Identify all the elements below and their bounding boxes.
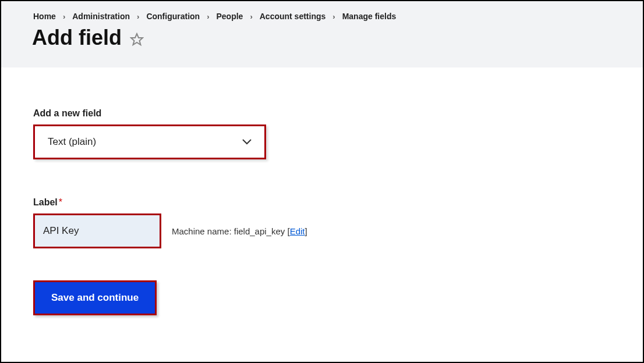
chevron-right-icon: › xyxy=(137,12,139,21)
bracket-close: ] xyxy=(305,226,307,236)
field-type-select[interactable]: Text (plain) xyxy=(33,124,266,159)
title-row: Add field xyxy=(1,21,643,50)
star-icon[interactable] xyxy=(130,33,144,47)
machine-name-prefix: Machine name: xyxy=(172,226,234,236)
save-and-continue-button[interactable]: Save and continue xyxy=(33,280,157,315)
breadcrumb-item-manage-fields[interactable]: Manage fields xyxy=(342,12,397,21)
chevron-right-icon: › xyxy=(207,12,209,21)
main-content: Add a new field Text (plain) Label* Mach… xyxy=(1,67,643,315)
label-row: Machine name: field_api_key [Edit] xyxy=(33,213,611,248)
breadcrumb-item-account-settings[interactable]: Account settings xyxy=(260,12,326,21)
page-title: Add field xyxy=(32,26,122,50)
machine-name-value: field_api_key xyxy=(234,226,285,236)
field-type-selected-value: Text (plain) xyxy=(48,136,96,148)
breadcrumb-item-administration[interactable]: Administration xyxy=(72,12,130,21)
label-heading-text: Label xyxy=(33,197,58,207)
label-section: Label* Machine name: field_api_key [Edit… xyxy=(33,197,611,248)
machine-name-text: Machine name: field_api_key [Edit] xyxy=(172,226,307,236)
required-asterisk: * xyxy=(59,197,62,207)
chevron-right-icon: › xyxy=(63,12,65,21)
chevron-down-icon xyxy=(242,139,252,145)
svg-marker-0 xyxy=(131,34,143,45)
edit-machine-name-link[interactable]: Edit xyxy=(290,226,305,236)
label-heading: Label* xyxy=(33,197,611,208)
breadcrumb-item-home[interactable]: Home xyxy=(33,12,56,21)
breadcrumb-item-configuration[interactable]: Configuration xyxy=(146,12,200,21)
label-input[interactable] xyxy=(33,213,161,248)
field-type-section: Add a new field Text (plain) xyxy=(33,108,611,159)
chevron-right-icon: › xyxy=(332,12,335,21)
breadcrumb: Home › Administration › Configuration › … xyxy=(1,12,643,21)
chevron-right-icon: › xyxy=(250,12,252,21)
header-region: Home › Administration › Configuration › … xyxy=(1,1,643,67)
submit-section: Save and continue xyxy=(33,280,611,315)
field-type-label: Add a new field xyxy=(33,108,611,119)
breadcrumb-item-people[interactable]: People xyxy=(216,12,243,21)
